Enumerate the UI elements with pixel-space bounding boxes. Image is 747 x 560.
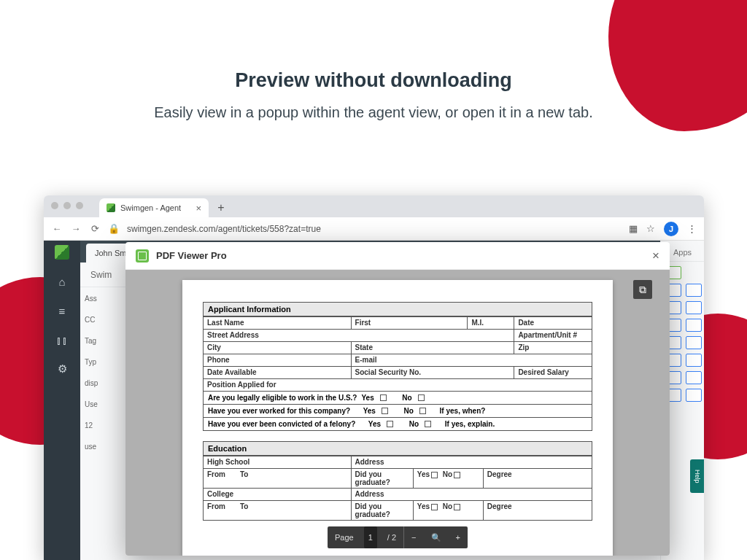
field-label: Use xyxy=(85,400,120,408)
field-label: CC xyxy=(85,316,120,324)
section-heading: Applicant Information xyxy=(203,302,592,316)
modal-title: PDF Viewer Pro xyxy=(156,250,227,261)
checkbox-icon xyxy=(418,394,425,401)
qr-icon[interactable]: ▦ xyxy=(629,223,638,234)
checkbox-icon xyxy=(380,394,387,401)
page-total: / 2 xyxy=(380,526,403,548)
settings-icon[interactable]: ⚙ xyxy=(55,362,69,376)
page-label: Page xyxy=(328,526,361,548)
pdf-controls: Page 1 / 2 − 🔍 + xyxy=(328,526,468,548)
app-body: John Smith - Applicati… Swim Ass CC Tag … xyxy=(80,241,704,560)
help-button[interactable]: Help xyxy=(690,459,704,493)
modal-close-button[interactable]: × xyxy=(652,249,659,263)
reports-icon[interactable]: ⫿⫿ xyxy=(55,332,69,347)
zoom-out-button[interactable]: − xyxy=(404,526,423,548)
left-nav: ⌂ ≡ ⫿⫿ ⚙ xyxy=(44,241,80,560)
views-icon[interactable]: ≡ xyxy=(55,303,69,318)
form-question: Have you ever worked for this company? Y… xyxy=(203,405,592,418)
breadcrumb[interactable]: Swim xyxy=(90,270,112,280)
lock-icon: 🔒 xyxy=(108,223,120,234)
section-heading: Education xyxy=(203,441,592,456)
browser-tab[interactable]: Swimgen - Agent × xyxy=(99,198,209,217)
attachment-thumb[interactable] xyxy=(686,389,702,402)
form-question: Have you ever been convicted of a felony… xyxy=(203,418,592,431)
checkbox-icon xyxy=(454,504,460,510)
kebab-menu-icon[interactable]: ⋮ xyxy=(687,223,697,234)
checkbox-icon xyxy=(431,504,438,510)
back-button[interactable]: ← xyxy=(51,223,63,234)
pdf-viewer-modal: PDF Viewer Pro × ⧉ Applicant Information… xyxy=(125,242,670,556)
pdf-app-icon xyxy=(136,249,149,262)
attachment-thumb[interactable] xyxy=(686,301,702,314)
favicon-icon xyxy=(107,203,115,212)
zoom-in-button[interactable]: + xyxy=(449,526,468,548)
pdf-page: Applicant Information Last NameFirstM.I.… xyxy=(182,280,613,556)
pdf-viewer: ⧉ Applicant Information Last NameFirstM.… xyxy=(125,270,670,556)
marketing-subheading: Easily view in a popup within the agent … xyxy=(0,102,747,123)
profile-avatar[interactable]: J xyxy=(664,222,678,236)
zoom-reset-button[interactable]: 🔍 xyxy=(424,526,449,548)
checkbox-icon xyxy=(425,421,431,427)
brand-logo-icon[interactable] xyxy=(55,245,69,260)
checkbox-icon xyxy=(387,421,393,427)
forward-button[interactable]: → xyxy=(70,223,82,234)
attachment-thumb[interactable] xyxy=(686,336,702,349)
bookmark-icon[interactable]: ☆ xyxy=(646,223,655,234)
modal-header: PDF Viewer Pro × xyxy=(125,242,670,270)
page-input[interactable]: 1 xyxy=(364,526,377,548)
browser-tabbar: Swimgen - Agent × + xyxy=(44,195,704,217)
marketing-heading: Preview without downloading xyxy=(0,69,747,92)
browser-window: Swimgen - Agent × + ← → ⟳ 🔒 swimgen.zend… xyxy=(44,195,704,560)
form-question: Are you legally eligible to work in the … xyxy=(203,392,592,405)
close-tab-icon[interactable]: × xyxy=(196,203,201,214)
home-icon[interactable]: ⌂ xyxy=(55,274,69,289)
checkbox-icon xyxy=(454,472,460,478)
field-label: Typ xyxy=(85,358,120,366)
field-label: disp xyxy=(85,379,120,387)
attachment-thumb[interactable] xyxy=(686,319,702,332)
checkbox-icon xyxy=(419,408,426,414)
window-controls[interactable] xyxy=(51,202,83,209)
checkbox-icon xyxy=(382,408,388,414)
zendesk-app: ⌂ ≡ ⫿⫿ ⚙ John Smith - Applicati… Swim xyxy=(44,241,704,560)
field-label: use xyxy=(85,443,120,451)
url-field[interactable]: swimgen.zendesk.com/agent/tickets/558?za… xyxy=(127,224,622,234)
ticket-fields-panel: Ass CC Tag Typ disp Use 12 use xyxy=(80,287,124,458)
form-table: Last NameFirstM.I.Date Street AddressApa… xyxy=(203,316,592,392)
field-value: 12 xyxy=(85,421,120,429)
field-label: Tag xyxy=(85,337,120,345)
new-tab-button[interactable]: + xyxy=(213,200,229,216)
form-table: High SchoolAddress FromToDid you graduat… xyxy=(203,456,592,521)
checkbox-icon xyxy=(431,472,438,478)
attachment-thumb[interactable] xyxy=(686,354,702,367)
field-label: Ass xyxy=(85,295,120,303)
tab-title: Swimgen - Agent xyxy=(120,203,181,212)
reload-button[interactable]: ⟳ xyxy=(89,223,101,234)
browser-address-bar: ← → ⟳ 🔒 swimgen.zendesk.com/agent/ticket… xyxy=(44,217,704,241)
attachment-thumb[interactable] xyxy=(686,371,702,384)
attachment-thumb[interactable] xyxy=(686,284,702,297)
open-new-tab-button[interactable]: ⧉ xyxy=(633,280,652,299)
